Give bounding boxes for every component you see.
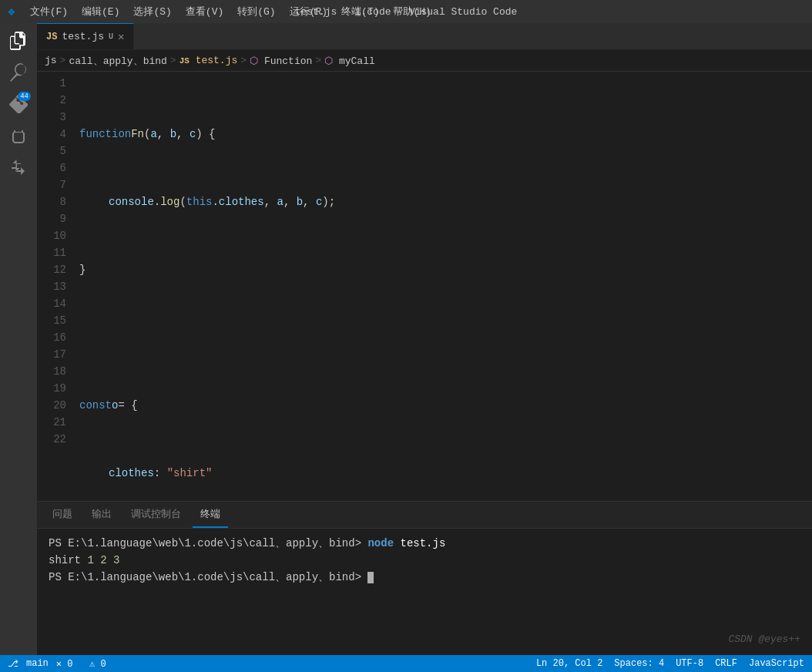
status-bar: ⎇ main ✕ 0 ⚠ 0 Ln 20, Col 2 Spaces: 4 UT… xyxy=(0,655,812,672)
tab-testjs[interactable]: JS test.js U ✕ xyxy=(37,23,134,49)
activity-explorer[interactable] xyxy=(5,27,32,55)
code-editor[interactable]: 1 2 3 4 5 6 7 8 9 10 11 12 13 14 15 16 1 xyxy=(37,72,812,501)
terminal-line-2: shirt 1 2 3 xyxy=(49,552,800,569)
terminal-content[interactable]: PS E:\1.language\web\1.code\js\call、appl… xyxy=(37,529,812,655)
status-line-ending: CRLF xyxy=(715,658,737,669)
status-errors: ✕ 0 ⚠ 0 xyxy=(56,658,106,670)
title-bar: ❖ 文件(F) 编辑(E) 选择(S) 查看(V) 转到(G) 运行(R) 终端… xyxy=(0,0,812,23)
status-encoding: UTF-8 xyxy=(676,658,703,669)
editor-area: JS test.js U ✕ js > call、apply、bind > JS… xyxy=(37,23,812,655)
line-numbers: 1 2 3 4 5 6 7 8 9 10 11 12 13 14 15 16 1 xyxy=(37,72,75,501)
breadcrumb-sep4: > xyxy=(315,55,321,66)
breadcrumb-sep2: > xyxy=(170,55,176,66)
breadcrumb-file[interactable]: JS test.js xyxy=(180,55,238,66)
watermark: CSDN @eyes++ xyxy=(728,633,800,645)
git-badge: 44 xyxy=(18,92,31,101)
code-line-2: console.log(this.clothes, a, b, c); xyxy=(79,193,812,210)
breadcrumb-mycall[interactable]: ⬡ myCall xyxy=(324,55,375,67)
code-line-4 xyxy=(79,329,812,346)
activity-git[interactable]: 44 xyxy=(5,90,32,118)
js-file-icon: JS xyxy=(46,32,57,42)
menu-edit[interactable]: 编辑(E) xyxy=(79,3,122,20)
activity-extensions[interactable] xyxy=(5,153,32,181)
status-bar-right: Ln 20, Col 2 Spaces: 4 UTF-8 CRLF JavaSc… xyxy=(536,658,804,669)
activity-debug[interactable] xyxy=(5,122,32,150)
status-branch: main xyxy=(26,658,49,669)
terminal-section: 问题 输出 调试控制台 终端 PS E:\1.language\web\1.co… xyxy=(37,501,812,655)
menu-select[interactable]: 选择(S) xyxy=(130,3,174,20)
breadcrumb: js > call、apply、bind > JS test.js > ⬡ Fu… xyxy=(37,50,812,72)
status-branch-icon: ⎇ xyxy=(8,658,18,670)
status-bar-left: ⎇ main ✕ 0 ⚠ 0 xyxy=(8,658,106,670)
terminal-tab-debug[interactable]: 调试控制台 xyxy=(123,502,189,528)
terminal-tabs: 问题 输出 调试控制台 终端 xyxy=(37,502,812,529)
window-title: test.js - 1.code - Visual Studio Code xyxy=(295,6,518,18)
vscode-logo: ❖ xyxy=(8,4,15,19)
tab-modified-indicator: U xyxy=(109,32,113,41)
status-language: JavaScript xyxy=(749,658,804,669)
code-line-3: } xyxy=(79,261,812,278)
menu-file[interactable]: 文件(F) xyxy=(27,3,71,20)
status-cursor-pos: Ln 20, Col 2 xyxy=(536,658,602,669)
menu-goto[interactable]: 转到(G) xyxy=(234,3,278,20)
breadcrumb-sep3: > xyxy=(240,55,247,66)
activity-bar: 44 xyxy=(0,23,37,655)
terminal-line-1: PS E:\1.language\web\1.code\js\call、appl… xyxy=(49,535,800,552)
terminal-line-3: PS E:\1.language\web\1.code\js\call、appl… xyxy=(49,569,800,586)
tab-close-button[interactable]: ✕ xyxy=(118,30,124,43)
breadcrumb-sep1: > xyxy=(60,55,66,66)
status-spaces: Spaces: 4 xyxy=(614,658,664,669)
code-line-5: const o = { xyxy=(79,397,812,414)
terminal-tab-terminal[interactable]: 终端 xyxy=(193,502,228,528)
breadcrumb-function[interactable]: ⬡ Function xyxy=(250,55,312,67)
tab-bar: JS test.js U ✕ xyxy=(37,23,812,50)
code-line-6: clothes: "shirt" xyxy=(79,465,812,482)
breadcrumb-folder[interactable]: call、apply、bind xyxy=(69,54,166,68)
tab-label: test.js xyxy=(62,31,104,42)
code-line-1: function Fn(a, b, c) { xyxy=(79,126,812,143)
code-content: function Fn(a, b, c) { console.log(this.… xyxy=(75,72,812,501)
terminal-tab-output[interactable]: 输出 xyxy=(84,502,119,528)
menu-view[interactable]: 查看(V) xyxy=(183,3,226,20)
activity-search[interactable] xyxy=(5,59,32,86)
main-layout: 44 JS test.js U ✕ js > call、 xyxy=(0,23,812,655)
terminal-tab-problems[interactable]: 问题 xyxy=(45,502,80,528)
breadcrumb-js[interactable]: js xyxy=(45,55,57,66)
